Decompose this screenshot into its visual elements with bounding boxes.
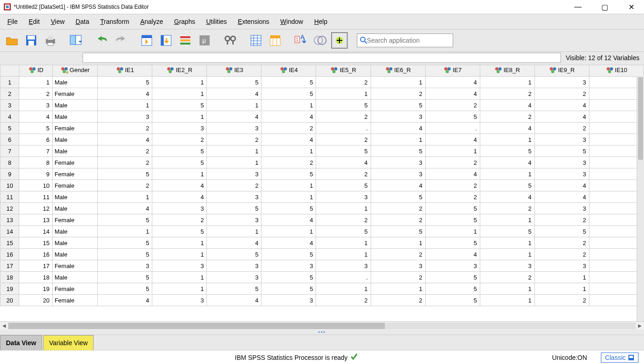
cell[interactable]: Female [52, 88, 97, 100]
cell[interactable]: 3 [19, 100, 52, 111]
cell[interactable]: 5 [425, 214, 480, 226]
cell[interactable]: 3 [589, 214, 644, 226]
cell[interactable]: 7 [19, 146, 52, 157]
cell[interactable]: 5 [589, 77, 644, 88]
cell[interactable]: 1 [480, 214, 534, 226]
cell[interactable]: 2 [425, 100, 480, 111]
cell[interactable]: Female [52, 180, 97, 191]
cell[interactable]: 3 [534, 77, 589, 88]
table-row[interactable]: 1212Male4355125235 [0, 203, 644, 214]
cell[interactable]: 6 [19, 134, 52, 146]
column-header-Gender[interactable]: a Gender [52, 65, 97, 77]
cell[interactable]: 1 [480, 295, 534, 306]
cell[interactable]: 1 [480, 134, 534, 146]
cell[interactable]: 4 [261, 134, 316, 146]
row-number[interactable]: 18 [0, 272, 19, 283]
cell[interactable]: 5 [207, 283, 261, 295]
save-button[interactable] [23, 32, 39, 49]
cell[interactable]: 4 [207, 111, 261, 123]
cell[interactable]: 1 [425, 226, 480, 237]
horizontal-scrollbar[interactable]: ◄ ► [0, 321, 644, 330]
cell[interactable]: Female [52, 123, 97, 134]
cell[interactable]: Male [52, 134, 97, 146]
cell[interactable]: 2 [534, 88, 589, 100]
cell[interactable]: 5 [425, 237, 480, 249]
column-header-IE5_R[interactable]: IE5_R [316, 65, 371, 77]
cell[interactable]: 5 [261, 168, 316, 180]
menu-window[interactable]: Window [276, 16, 308, 27]
goto-variable-button[interactable] [158, 32, 174, 49]
cell[interactable]: 5 [98, 214, 152, 226]
cell[interactable]: 1 [207, 157, 261, 168]
cell[interactable]: 4 [316, 157, 371, 168]
cell[interactable]: 1 [152, 237, 207, 249]
cell[interactable]: Female [52, 157, 97, 168]
cell[interactable]: 4 [152, 191, 207, 203]
cell[interactable]: 4 [480, 191, 534, 203]
cell[interactable]: 1 [371, 237, 425, 249]
table-row[interactable]: 88Female2512432431 [0, 157, 644, 168]
table-row[interactable]: 2020Female4343225124 [0, 295, 644, 306]
cell[interactable]: 3 [534, 260, 589, 272]
redo-button[interactable] [113, 32, 129, 49]
cell[interactable]: 2 [98, 180, 152, 191]
cell[interactable]: 3 [261, 295, 316, 306]
table-row[interactable]: 1616Male5155124125 [0, 249, 644, 260]
cell[interactable]: 11 [19, 191, 52, 203]
cell[interactable]: 5 [371, 226, 425, 237]
cell[interactable]: 3 [152, 123, 207, 134]
cell[interactable]: . [589, 272, 644, 283]
cell[interactable]: 5 [480, 180, 534, 191]
cell[interactable]: 3 [207, 191, 261, 203]
table-row[interactable]: 1414Male1511551551 [0, 226, 644, 237]
cell[interactable]: 4 [589, 295, 644, 306]
cell[interactable]: Male [52, 272, 97, 283]
undo-button[interactable] [94, 32, 110, 49]
cell[interactable]: 2 [425, 180, 480, 191]
cell[interactable]: 2 [371, 249, 425, 260]
cell[interactable]: 1 [589, 157, 644, 168]
cell[interactable]: 5 [589, 283, 644, 295]
open-file-button[interactable] [4, 32, 20, 49]
row-number[interactable]: 8 [0, 157, 19, 168]
menu-file[interactable]: File [3, 16, 22, 27]
cell[interactable]: 4 [207, 237, 261, 249]
cell[interactable]: 2 [316, 134, 371, 146]
cell[interactable]: 1 [371, 134, 425, 146]
variables-button[interactable] [177, 32, 194, 49]
row-number[interactable]: 4 [0, 111, 19, 123]
cell[interactable]: 5 [261, 272, 316, 283]
cell[interactable]: 5 [98, 283, 152, 295]
cell[interactable]: 5 [207, 77, 261, 88]
row-number[interactable]: 15 [0, 237, 19, 249]
search-application-box[interactable] [357, 34, 453, 47]
column-header-IE9_R[interactable]: IE9_R [534, 65, 589, 77]
insert-variable-button[interactable] [267, 32, 283, 49]
cell[interactable]: 17 [19, 260, 52, 272]
cell[interactable]: 1 [480, 283, 534, 295]
cell[interactable]: 12 [19, 203, 52, 214]
cell[interactable]: 5 [425, 272, 480, 283]
data-grid[interactable]: IDa Gender IE1 IE2_R IE3 IE4 IE5_R IE6_R… [0, 65, 644, 306]
cell[interactable]: 2 [98, 123, 152, 134]
cell[interactable]: 5 [207, 203, 261, 214]
cell[interactable]: 1 [480, 168, 534, 180]
cell[interactable]: 4 [534, 111, 589, 123]
cell[interactable]: 4 [480, 123, 534, 134]
cell[interactable]: 3 [207, 123, 261, 134]
cell[interactable]: 3 [371, 111, 425, 123]
cell[interactable]: 4 [207, 295, 261, 306]
cell[interactable]: 8 [19, 157, 52, 168]
cell[interactable]: 1 [152, 283, 207, 295]
cell[interactable]: 1 [152, 111, 207, 123]
cell[interactable]: 3 [589, 260, 644, 272]
menu-edit[interactable]: Edit [24, 16, 44, 27]
cell[interactable]: 1 [534, 272, 589, 283]
cell[interactable]: 5 [98, 249, 152, 260]
cell[interactable]: 2 [316, 77, 371, 88]
cell[interactable]: 5 [98, 237, 152, 249]
find-button[interactable] [222, 32, 239, 49]
row-number[interactable]: 5 [0, 123, 19, 134]
row-number[interactable]: 3 [0, 100, 19, 111]
cell[interactable]: 1 [480, 249, 534, 260]
